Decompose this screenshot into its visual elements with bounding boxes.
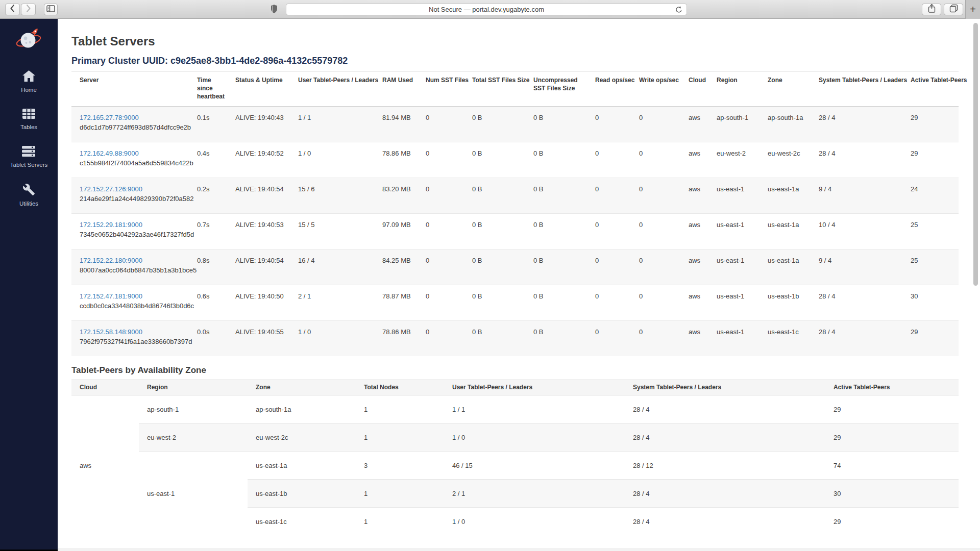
cell-total-sst: 0 B: [464, 142, 525, 178]
reload-button[interactable]: [675, 6, 683, 14]
cell-system-peers: 28 / 4: [625, 395, 825, 423]
cell-read-ops: 0: [587, 249, 631, 285]
col-status: Status & Uptime: [227, 72, 290, 106]
col-user-peers: User Tablet-Peers / Leaders: [444, 380, 625, 395]
cell-ram: 78.86 MB: [374, 320, 418, 356]
server-uuid: 80007aa0cc064db6847b35b1a3b1bce5: [80, 266, 187, 274]
cell-total-sst: 0 B: [464, 249, 525, 285]
sidebar-item-tablet-servers[interactable]: Tablet Servers: [10, 145, 48, 168]
cell-user-peers: 1 / 0: [444, 508, 625, 536]
server-link[interactable]: 172.162.49.88:9000: [80, 149, 187, 157]
col-cloud: Cloud: [71, 380, 139, 395]
server-link[interactable]: 172.152.58.148:9000: [80, 328, 187, 336]
cell-zone: us-east-1c: [248, 508, 356, 536]
back-icon: [9, 4, 16, 15]
server-uuid: 214a6e29f1a24c449829390b72f0a582: [80, 195, 187, 203]
cell-ram: 78.86 MB: [374, 142, 418, 178]
cell-num-sst: 0: [418, 178, 464, 213]
cell-region: us-east-1: [708, 213, 760, 249]
cell-heartbeat: 0.7s: [189, 213, 227, 249]
cell-status: ALIVE: 19:40:54: [227, 249, 290, 285]
cell-uncompressed-sst: 0 B: [525, 178, 587, 213]
col-total-nodes: Total Nodes: [356, 380, 444, 395]
server-row: 172.162.49.88:9000 c155b984f2f74004a5a6d…: [71, 142, 959, 178]
cell-zone: us-east-1a: [760, 249, 811, 285]
home-icon: [22, 70, 36, 84]
tablet-servers-table: Server Time since heartbeat Status & Upt…: [71, 72, 959, 356]
server-link[interactable]: 172.152.29.181:9000: [80, 221, 187, 229]
cell-system-peers: 28 / 12: [625, 452, 825, 480]
sidebar: Home Tables Tablet Servers Utilities: [0, 19, 58, 551]
servers-icon: [21, 145, 36, 159]
cell-system-peers: 28 / 4: [811, 320, 902, 356]
cell-user-peers: 15 / 6: [290, 178, 374, 213]
col-ram: RAM Used: [374, 72, 418, 106]
cell-status: ALIVE: 19:40:53: [227, 213, 290, 249]
cell-active-peers: 29: [902, 142, 959, 178]
back-button[interactable]: [5, 4, 20, 15]
cell-ram: 84.25 MB: [374, 249, 418, 285]
url-text: Not Secure — portal.dev.yugabyte.com: [429, 6, 544, 13]
address-bar[interactable]: Not Secure — portal.dev.yugabyte.com: [286, 4, 687, 15]
cell-active-peers: 29: [825, 395, 959, 423]
cell-zone: eu-west-2c: [248, 423, 356, 452]
cell-status: ALIVE: 19:40:50: [227, 285, 290, 320]
cell-user-peers: 1 / 1: [290, 106, 374, 142]
cell-zone: ap-south-1a: [760, 106, 811, 142]
cell-system-peers: 28 / 4: [625, 423, 825, 452]
server-link[interactable]: 172.152.47.181:9000: [80, 292, 187, 300]
content-blocker-shield-button[interactable]: [270, 5, 278, 15]
sidebar-item-label: Tables: [20, 124, 37, 130]
cell-read-ops: 0: [587, 285, 631, 320]
cell-server: 172.152.22.180:9000 80007aa0cc064db6847b…: [71, 249, 189, 285]
yugabyte-logo[interactable]: [0, 26, 58, 53]
share-button[interactable]: [922, 4, 941, 15]
cell-write-ops: 0: [631, 249, 680, 285]
page-scrollbar-thumb[interactable]: [973, 23, 978, 286]
server-uuid: ccdb0c0ca33448038b4d86746f3b0d6c: [80, 302, 187, 310]
cell-system-peers: 9 / 4: [811, 178, 902, 213]
col-zone: Zone: [760, 72, 811, 106]
cell-cloud: aws: [680, 320, 708, 356]
az-row: us-east-1 us-east-1a 3 46 / 15 28 / 12 7…: [71, 452, 959, 480]
cell-cloud: aws: [680, 249, 708, 285]
cell-user-peers: 15 / 5: [290, 213, 374, 249]
sidebar-item-tables[interactable]: Tables: [20, 108, 37, 130]
cell-read-ops: 0: [587, 320, 631, 356]
sidebar-panel-icon: [46, 5, 55, 14]
cell-region: ap-south-1: [139, 395, 248, 423]
col-cloud: Cloud: [680, 72, 708, 106]
new-tab-button[interactable]: +: [965, 0, 980, 19]
tabs-icon: [949, 4, 958, 15]
server-link[interactable]: 172.165.27.78:9000: [80, 114, 187, 121]
plus-icon: +: [970, 4, 976, 15]
cell-num-sst: 0: [418, 142, 464, 178]
tables-icon: [22, 108, 36, 121]
cell-status: ALIVE: 19:40:43: [227, 106, 290, 142]
tab-overview-button[interactable]: [944, 4, 963, 15]
az-header-row: Cloud Region Zone Total Nodes User Table…: [71, 380, 959, 395]
cell-region: us-east-1: [139, 452, 248, 536]
server-link[interactable]: 172.152.27.126:9000: [80, 185, 187, 193]
cell-system-peers: 28 / 4: [625, 508, 825, 536]
server-link[interactable]: 172.152.22.180:9000: [80, 257, 187, 264]
sidebar-toggle-button[interactable]: [44, 4, 58, 15]
cell-active-peers: 25: [902, 213, 959, 249]
cluster-uuid-heading: Primary Cluster UUID: c9e25ae8-3bb1-4de2…: [71, 56, 959, 72]
cell-total-nodes: 1: [356, 395, 444, 423]
cell-read-ops: 0: [587, 178, 631, 213]
cell-cloud: aws: [680, 178, 708, 213]
cell-total-nodes: 1: [356, 508, 444, 536]
server-row: 172.152.27.126:9000 214a6e29f1a24c449829…: [71, 178, 959, 213]
sidebar-item-home[interactable]: Home: [21, 70, 37, 93]
cell-total-nodes: 1: [356, 480, 444, 508]
col-heartbeat: Time since heartbeat: [189, 72, 227, 106]
sidebar-nav: Home Tables Tablet Servers Utilities: [0, 70, 58, 222]
cell-uncompressed-sst: 0 B: [525, 142, 587, 178]
cell-cloud: aws: [680, 285, 708, 320]
cell-active-peers: 29: [825, 423, 959, 452]
cell-system-peers: 28 / 4: [811, 285, 902, 320]
cell-region: us-east-1: [708, 285, 760, 320]
sidebar-item-utilities[interactable]: Utilities: [19, 183, 38, 207]
forward-button[interactable]: [21, 4, 36, 15]
